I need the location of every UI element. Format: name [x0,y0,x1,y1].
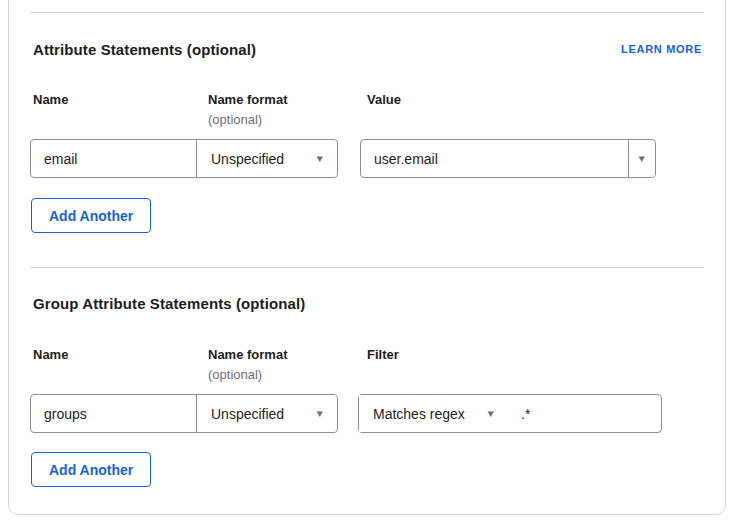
settings-card [8,0,726,515]
column-header-name-format-optional: (optional) [208,367,262,382]
caret-down-icon: ▾ [317,153,323,164]
attribute-value-dropdown-button[interactable]: ▾ [628,140,655,177]
attribute-name-format-select[interactable]: Unspecified ▾ [196,140,337,177]
section-divider [30,267,704,268]
group-attribute-filter-group: Matches regex ▾ [358,394,662,433]
group-attribute-name-input[interactable] [31,395,196,432]
learn-more-link[interactable]: LEARN MORE [621,43,702,55]
column-header-name: Name [33,347,68,362]
top-divider [30,12,704,13]
column-header-value: Value [367,92,401,107]
add-another-attribute-button[interactable]: Add Another [31,198,151,233]
column-header-filter: Filter [367,347,399,362]
add-another-group-attribute-button[interactable]: Add Another [31,452,151,487]
caret-down-icon: ▾ [317,408,323,419]
attribute-value-group: ▾ [360,139,656,178]
saml-settings-page: Attribute Statements (optional) LEARN MO… [0,0,737,530]
group-attribute-name-group: Unspecified ▾ [30,394,338,433]
group-filter-type-selected: Matches regex [373,406,465,422]
group-filter-type-select[interactable]: Matches regex ▾ [359,395,508,432]
group-attribute-name-format-select[interactable]: Unspecified ▾ [196,395,337,432]
attribute-name-group: Unspecified ▾ [30,139,338,178]
attribute-name-input[interactable] [31,140,196,177]
group-attribute-name-format-selected: Unspecified [211,406,284,422]
column-header-name-format-optional: (optional) [208,112,262,127]
caret-down-icon: ▾ [639,153,645,164]
group-attribute-statements-title: Group Attribute Statements (optional) [33,295,305,312]
column-header-name-format: Name format [208,347,287,362]
group-filter-pattern-input[interactable] [508,395,661,432]
attribute-name-format-selected: Unspecified [211,151,284,167]
attribute-value-input[interactable] [361,140,628,177]
attribute-statements-title: Attribute Statements (optional) [33,41,256,58]
column-header-name: Name [33,92,68,107]
caret-down-icon: ▾ [488,408,494,419]
column-header-name-format: Name format [208,92,287,107]
